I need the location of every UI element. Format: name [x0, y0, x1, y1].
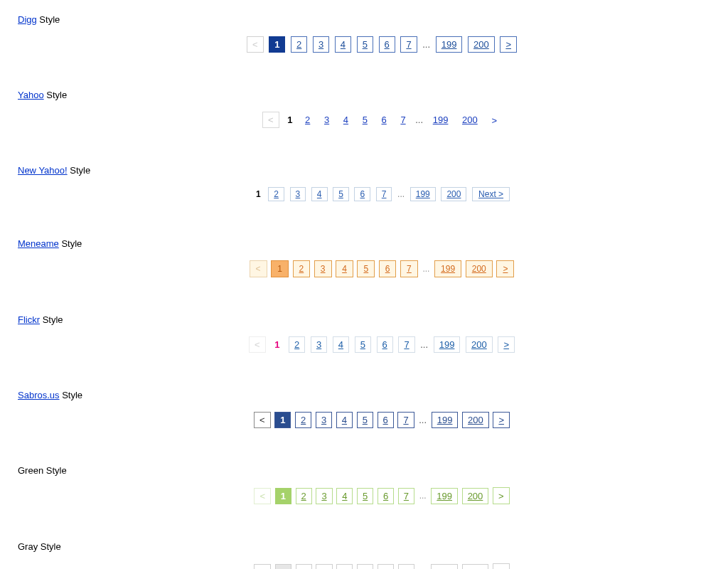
next-link[interactable]: Next > [472, 187, 510, 201]
page-link[interactable]: 4 [333, 336, 349, 353]
page-link[interactable]: 3 [316, 564, 332, 569]
pagination-nyahoo: 1 2 3 4 5 6 7 ... 199 200 Next > [18, 187, 728, 201]
page-link[interactable]: 3 [311, 336, 327, 353]
page-link[interactable]: 2 [295, 412, 311, 428]
next-link[interactable]: > [498, 336, 515, 353]
brand-link-digg[interactable]: Digg [18, 14, 37, 25]
prev-disabled: < [254, 412, 271, 428]
page-link[interactable]: 5 [355, 336, 371, 353]
section-meneame: Meneame Style < 1 2 3 4 5 6 7 ... 199 20… [18, 238, 728, 277]
section-title: Flickr Style [18, 314, 728, 325]
pagination-ellipsis: ... [419, 339, 429, 350]
page-link[interactable]: 2 [296, 564, 312, 569]
page-link[interactable]: 3 [290, 187, 306, 201]
brand-link-nyahoo[interactable]: New Yahoo! [18, 165, 68, 176]
suffix: Style [40, 314, 63, 325]
page-link[interactable]: 200 [462, 488, 489, 504]
page-link[interactable]: 5 [357, 412, 373, 428]
next-link[interactable]: > [493, 412, 510, 428]
page-link[interactable]: 6 [379, 260, 397, 277]
suffix: Style [44, 90, 68, 100]
page-link[interactable]: 4 [335, 36, 351, 53]
page-link[interactable]: 7 [398, 336, 414, 353]
prev-disabled: < [262, 112, 279, 128]
page-link[interactable]: 6 [378, 564, 394, 569]
prev-disabled: < [249, 336, 266, 353]
page-link[interactable]: 7 [376, 187, 392, 201]
page-link[interactable]: 6 [377, 336, 393, 353]
page-link[interactable]: 3 [316, 488, 332, 504]
page-link[interactable]: 6 [378, 488, 394, 504]
page-current: 1 [271, 260, 289, 277]
page-link[interactable]: 3 [320, 112, 333, 127]
page-link[interactable]: 4 [336, 412, 353, 428]
page-link[interactable]: 2 [289, 336, 305, 353]
page-link[interactable]: 200 [441, 187, 466, 201]
next-link[interactable]: > [487, 112, 501, 127]
page-link[interactable]: 199 [431, 564, 458, 569]
page-link[interactable]: 200 [468, 36, 495, 53]
page-link[interactable]: 199 [431, 488, 458, 504]
page-link[interactable]: 3 [316, 412, 332, 428]
page-link[interactable]: 4 [336, 260, 353, 277]
page-link[interactable]: 7 [400, 36, 417, 53]
page-link[interactable]: 199 [432, 412, 459, 428]
page-link[interactable]: 7 [400, 260, 418, 277]
page-link[interactable]: 6 [378, 112, 391, 127]
section-yahoo: Yahoo Style < 1 2 3 4 5 6 7 ... 199 200 … [18, 90, 728, 128]
page-link[interactable]: 6 [379, 36, 395, 53]
next-link[interactable]: > [493, 487, 510, 504]
page-link[interactable]: 3 [313, 36, 329, 53]
page-link[interactable]: 4 [336, 564, 353, 569]
page-link[interactable]: 2 [301, 112, 314, 127]
pagination-flickr: < 1 2 3 4 5 6 7 ... 199 200 > [18, 336, 728, 353]
brand-link-sabros[interactable]: Sabros.us [18, 390, 60, 400]
page-link[interactable]: 200 [466, 336, 493, 353]
page-link[interactable]: 6 [354, 187, 370, 201]
section-digg: Digg Style < 1 2 3 4 5 6 7 ... 199 200 > [18, 14, 728, 53]
page-current: 1 [274, 412, 291, 428]
page-link[interactable]: 5 [357, 564, 373, 569]
suffix: Style [68, 165, 91, 176]
next-link[interactable]: > [493, 563, 510, 569]
page-link[interactable]: 200 [462, 564, 489, 569]
brand-link-flickr[interactable]: Flickr [18, 314, 40, 325]
page-current: 1 [252, 188, 264, 201]
page-link[interactable]: 7 [398, 488, 414, 504]
page-link[interactable]: 5 [333, 187, 349, 201]
page-link[interactable]: 200 [462, 412, 489, 428]
page-link[interactable]: 2 [268, 187, 284, 201]
page-link[interactable]: 200 [466, 260, 493, 277]
page-link[interactable]: 5 [357, 488, 373, 504]
page-link[interactable]: 4 [311, 187, 328, 201]
section-title: New Yahoo! Style [18, 165, 728, 176]
page-link[interactable]: 2 [293, 260, 311, 277]
page-link[interactable]: 199 [410, 187, 436, 201]
next-link[interactable]: > [496, 260, 514, 277]
page-current: 1 [283, 112, 296, 127]
page-link[interactable]: 2 [291, 36, 307, 53]
pagination-ellipsis: ... [421, 264, 431, 274]
page-link[interactable]: 5 [357, 260, 375, 277]
brand-link-meneame[interactable]: Meneame [18, 238, 59, 249]
page-link[interactable]: 199 [436, 36, 463, 53]
page-current: 1 [269, 36, 285, 53]
page-link[interactable]: 7 [396, 112, 410, 127]
page-link[interactable]: 4 [339, 112, 353, 127]
page-link[interactable]: 3 [314, 260, 332, 277]
page-link[interactable]: 5 [358, 112, 372, 127]
brand-link-yahoo[interactable]: Yahoo [18, 90, 44, 100]
page-link[interactable]: 200 [458, 112, 482, 127]
page-link[interactable]: 199 [434, 336, 461, 353]
page-current: 1 [275, 564, 291, 569]
page-link[interactable]: 199 [434, 260, 461, 277]
page-link[interactable]: 7 [398, 564, 414, 569]
page-link[interactable]: 7 [397, 412, 414, 428]
page-link[interactable]: 5 [357, 36, 373, 53]
page-current: 1 [275, 488, 291, 504]
page-link[interactable]: 6 [378, 412, 394, 428]
page-link[interactable]: 199 [429, 112, 453, 127]
page-link[interactable]: 4 [336, 488, 353, 504]
next-link[interactable]: > [500, 36, 517, 53]
page-link[interactable]: 2 [296, 488, 312, 504]
